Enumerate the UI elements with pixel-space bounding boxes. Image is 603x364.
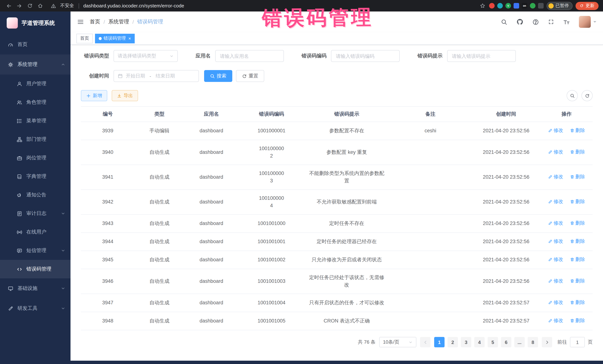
breadcrumb-item[interactable]: 系统管理 — [108, 19, 129, 25]
sidebar-item[interactable]: 岗位管理 — [0, 149, 70, 167]
update-button[interactable]: 更新 — [576, 2, 599, 10]
delete-link[interactable]: 删除 — [570, 256, 585, 263]
edit-link[interactable]: 修改 — [548, 148, 563, 156]
extension-red-icon[interactable] — [489, 3, 495, 9]
sidebar-item[interactable]: 在线用户 — [0, 223, 70, 241]
font-size-icon[interactable] — [563, 19, 570, 25]
cell-actions: 修改 删除 — [541, 140, 593, 165]
page-size-select[interactable]: 10条/页 — [379, 337, 416, 347]
sidebar-item[interactable]: 字典管理 — [0, 167, 70, 186]
sidebar-item[interactable]: 基础设施 — [0, 278, 70, 298]
breadcrumb-item[interactable]: 首页 — [90, 19, 100, 25]
pagination-page-4[interactable]: 4 — [474, 337, 485, 347]
pagination-next-button[interactable] — [542, 337, 552, 347]
date-range-picker[interactable]: 开始日期 - 结束日期 — [114, 70, 199, 82]
pagination-page-3[interactable]: 3 — [461, 337, 471, 347]
browser-home-icon[interactable] — [36, 1, 45, 10]
filter-row-2: 创建时间 开始日期 - 结束日期 搜索 重置 — [81, 70, 593, 82]
error-type-select[interactable]: 请选择错误码类型 — [114, 50, 178, 62]
url-text[interactable]: dashboard.yudao.iocoder.cn/system/error-… — [83, 3, 184, 9]
sidebar-item[interactable]: 角色管理 — [0, 93, 70, 111]
error-hint-input[interactable] — [447, 50, 516, 62]
refresh-table-button[interactable] — [581, 90, 593, 101]
extension-grid-icon[interactable] — [514, 3, 519, 9]
delete-link[interactable]: 删除 — [570, 299, 585, 306]
github-icon[interactable] — [517, 19, 523, 25]
reset-button[interactable]: 重置 — [236, 70, 264, 82]
extension-pin-icon[interactable] — [538, 3, 544, 9]
tools-icon — [7, 306, 13, 311]
delete-link[interactable]: 删除 — [570, 127, 585, 134]
pagination-ellipsis[interactable]: ... — [514, 337, 525, 347]
sidebar-item[interactable]: 通知公告 — [0, 186, 70, 204]
tag-item[interactable]: 首页 — [76, 33, 93, 43]
help-icon[interactable] — [533, 19, 539, 25]
edit-link[interactable]: 修改 — [548, 317, 563, 324]
edit-icon — [548, 279, 553, 283]
browser-chrome: 不安全 dashboard.yudao.iocoder.cn/system/er… — [0, 0, 603, 11]
security-label[interactable]: 不安全 — [60, 3, 74, 9]
toggle-search-button[interactable] — [567, 90, 578, 101]
bookmark-star-icon[interactable] — [478, 1, 487, 10]
avatar[interactable] — [579, 16, 591, 28]
sidebar-item[interactable]: 错误码管理 — [0, 260, 70, 278]
edit-link[interactable]: 修改 — [548, 220, 563, 227]
search-button[interactable]: 搜索 — [204, 70, 232, 82]
sidebar-item[interactable]: 系统管理 — [0, 55, 70, 75]
delete-link[interactable]: 删除 — [570, 220, 585, 227]
edit-link[interactable]: 修改 — [548, 299, 563, 306]
edit-link[interactable]: 修改 — [548, 127, 563, 134]
sidebar-item[interactable]: 部门管理 — [0, 130, 70, 149]
edit-link[interactable]: 修改 — [548, 238, 563, 245]
chevron-down-icon — [408, 340, 413, 344]
column-header-id: 编号 — [81, 107, 135, 122]
tag-close-icon[interactable]: × — [128, 36, 131, 41]
cell-code: 1001001004 — [238, 294, 304, 312]
edit-link[interactable]: 修改 — [548, 173, 563, 180]
table-row: 3939 手动编辑 dashboard 1001000001 参数配置不存在 c… — [81, 122, 593, 140]
profile-paused-chip[interactable]: 已暂停 — [547, 2, 573, 10]
edit-link[interactable]: 修改 — [548, 277, 563, 285]
sidebar-item[interactable]: 短信管理 — [0, 241, 70, 260]
sidebar-item[interactable]: 用户管理 — [0, 75, 70, 93]
edit-link[interactable]: 修改 — [548, 198, 563, 205]
delete-link[interactable]: 删除 — [570, 148, 585, 156]
search-icon[interactable] — [501, 19, 507, 25]
filter-label-error-code: 错误码编码 — [302, 53, 326, 59]
pagination-page-5[interactable]: 5 — [487, 337, 498, 347]
export-button[interactable]: 导出 — [112, 90, 138, 101]
cell-id: 3945 — [81, 251, 135, 269]
user-menu[interactable] — [579, 16, 596, 28]
extension-leaf-icon[interactable] — [530, 3, 535, 9]
delete-link[interactable]: 删除 — [570, 198, 585, 205]
delete-link[interactable]: 删除 — [570, 317, 585, 324]
pagination-page-1[interactable]: 1 — [434, 337, 445, 347]
delete-link[interactable]: 删除 — [570, 238, 585, 245]
error-code-input[interactable] — [331, 50, 400, 62]
delete-link[interactable]: 删除 — [570, 173, 585, 180]
fullscreen-icon[interactable] — [548, 19, 554, 25]
pagination-page-2[interactable]: 2 — [448, 337, 458, 347]
pagination-prev-button[interactable] — [420, 337, 430, 347]
pagination-page-8[interactable]: 8 — [528, 337, 538, 347]
edit-link[interactable]: 修改 — [548, 256, 563, 263]
tag-active[interactable]: 错误码管理× — [95, 33, 135, 43]
extension-on-icon[interactable]: on — [522, 3, 527, 9]
hamburger-icon[interactable] — [77, 19, 84, 25]
delete-link[interactable]: 删除 — [570, 277, 585, 285]
address-bar[interactable]: 不安全 dashboard.yudao.iocoder.cn/system/er… — [47, 1, 487, 10]
sidebar-item[interactable]: 首页 — [0, 34, 70, 55]
extension-teal-drop-icon[interactable] — [497, 3, 503, 9]
add-button[interactable]: 新增 — [81, 90, 107, 101]
back-icon[interactable] — [4, 1, 13, 10]
app-name-input[interactable] — [215, 50, 284, 62]
pagination-page-6[interactable]: 6 — [501, 337, 511, 347]
reload-icon[interactable] — [25, 1, 34, 10]
sidebar-item[interactable]: 研发工具 — [0, 298, 70, 318]
sidebar-item[interactable]: 审计日志 — [0, 204, 70, 223]
sidebar-item[interactable]: 菜单管理 — [0, 111, 70, 130]
cell-time: 2021-04-20 23:52:56 — [472, 214, 541, 232]
forward-icon[interactable] — [15, 1, 24, 10]
goto-page-input[interactable] — [570, 337, 585, 347]
extension-green-v-icon[interactable]: V — [505, 3, 511, 9]
